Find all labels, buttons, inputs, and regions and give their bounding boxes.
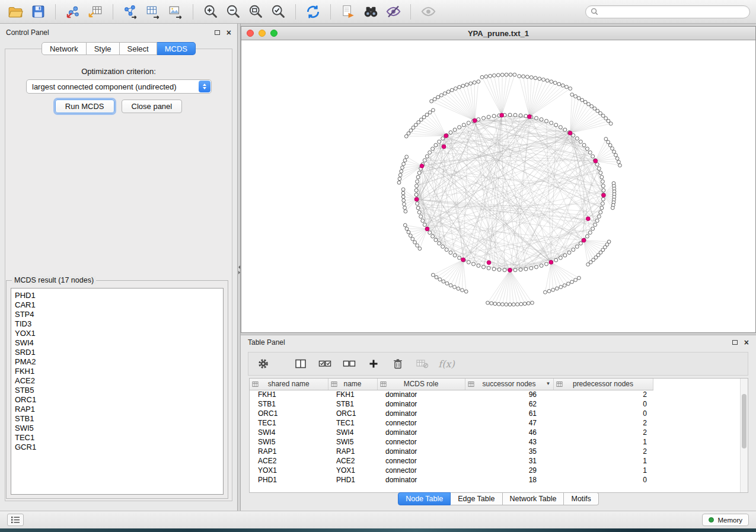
network-node[interactable] bbox=[526, 75, 529, 79]
network-node[interactable] bbox=[407, 132, 410, 135]
network-node[interactable] bbox=[405, 227, 409, 230]
network-node[interactable] bbox=[538, 77, 541, 81]
network-node[interactable] bbox=[416, 202, 419, 206]
mcds-result-item[interactable]: STB1 bbox=[11, 414, 223, 424]
select-all-button[interactable] bbox=[317, 356, 333, 371]
tab-motifs[interactable]: Motifs bbox=[564, 492, 598, 505]
network-node[interactable] bbox=[417, 210, 421, 214]
float-panel-icon[interactable] bbox=[215, 30, 220, 35]
network-node[interactable] bbox=[607, 140, 610, 144]
tab-node-table[interactable]: Node Table bbox=[398, 492, 451, 505]
network-node[interactable] bbox=[436, 95, 440, 99]
column-header-mcds-role[interactable]: MCDS role bbox=[377, 379, 465, 390]
table-cell[interactable]: SWI4 bbox=[250, 428, 328, 437]
network-node[interactable] bbox=[419, 118, 423, 121]
network-node[interactable] bbox=[600, 175, 604, 179]
network-node[interactable] bbox=[524, 267, 528, 271]
show-columns-button[interactable] bbox=[293, 356, 308, 371]
splitter-grip-icon[interactable] bbox=[238, 265, 240, 274]
network-node[interactable] bbox=[567, 282, 570, 286]
delete-column-button[interactable] bbox=[390, 356, 406, 371]
network-node[interactable] bbox=[432, 273, 435, 277]
table-cell[interactable]: YOX1 bbox=[250, 466, 328, 475]
memory-button[interactable]: Memory bbox=[702, 514, 749, 526]
table-row[interactable]: FKH1FKH1dominator962 bbox=[250, 390, 740, 399]
table-cell[interactable]: 1 bbox=[553, 456, 653, 466]
maximize-window-icon[interactable] bbox=[270, 30, 277, 37]
network-node[interactable] bbox=[577, 97, 580, 100]
table-cell[interactable]: 31 bbox=[465, 456, 553, 466]
table-cell[interactable]: dominator bbox=[377, 390, 465, 399]
table-cell[interactable]: 96 bbox=[465, 390, 553, 399]
network-node[interactable] bbox=[407, 230, 410, 234]
table-scrollbar[interactable] bbox=[740, 379, 748, 492]
network-node[interactable] bbox=[513, 113, 517, 117]
network-node[interactable] bbox=[604, 137, 608, 141]
network-node[interactable] bbox=[557, 82, 561, 86]
mcds-result-item[interactable]: FKH1 bbox=[11, 367, 223, 376]
network-node[interactable] bbox=[588, 150, 592, 154]
tab-network[interactable]: Network bbox=[42, 42, 87, 55]
network-node[interactable] bbox=[425, 113, 429, 117]
export-network-button[interactable] bbox=[121, 2, 140, 21]
network-node[interactable] bbox=[484, 75, 488, 78]
network-node[interactable] bbox=[563, 128, 567, 132]
dominator-node[interactable] bbox=[442, 145, 446, 149]
mcds-result-item[interactable]: SRD1 bbox=[11, 348, 223, 357]
network-node[interactable] bbox=[477, 80, 480, 84]
network-node[interactable] bbox=[586, 263, 590, 267]
network-node[interactable] bbox=[547, 290, 551, 293]
table-cell[interactable]: PHD1 bbox=[250, 475, 328, 485]
dominator-node[interactable] bbox=[528, 115, 532, 119]
table-cell[interactable]: PHD1 bbox=[328, 475, 377, 485]
mcds-result-item[interactable]: ORC1 bbox=[11, 395, 223, 405]
network-node[interactable] bbox=[585, 235, 589, 238]
network-node[interactable] bbox=[594, 223, 597, 226]
table-scrollbar-thumb[interactable] bbox=[742, 394, 747, 448]
network-node[interactable] bbox=[461, 289, 464, 292]
network-node[interactable] bbox=[601, 202, 604, 206]
table-cell[interactable]: 1 bbox=[553, 466, 653, 475]
table-cell[interactable]: YOX1 bbox=[328, 466, 377, 475]
create-column-button[interactable] bbox=[366, 356, 381, 371]
network-node[interactable] bbox=[587, 102, 591, 106]
table-cell[interactable]: 35 bbox=[465, 447, 553, 456]
network-node[interactable] bbox=[554, 258, 558, 262]
network-node[interactable] bbox=[417, 171, 421, 175]
network-node[interactable] bbox=[425, 155, 429, 158]
network-window-titlebar[interactable]: YPA_prune.txt_1 bbox=[241, 27, 755, 40]
table-cell[interactable]: 46 bbox=[465, 428, 553, 437]
table-cell[interactable]: 0 bbox=[553, 475, 653, 485]
network-node[interactable] bbox=[449, 251, 452, 254]
zoom-selected-button[interactable] bbox=[269, 2, 288, 21]
network-node[interactable] bbox=[490, 302, 493, 305]
network-node[interactable] bbox=[561, 84, 564, 87]
table-cell[interactable]: 2 bbox=[553, 447, 653, 456]
network-node[interactable] bbox=[591, 227, 595, 230]
dominator-node[interactable] bbox=[500, 113, 504, 117]
network-node[interactable] bbox=[555, 287, 559, 290]
table-settings-button[interactable] bbox=[256, 356, 271, 371]
network-node[interactable] bbox=[550, 121, 553, 124]
network-node[interactable] bbox=[551, 288, 555, 291]
table-cell[interactable]: 2 bbox=[553, 390, 653, 399]
network-node[interactable] bbox=[601, 114, 605, 118]
network-node[interactable] bbox=[572, 248, 575, 252]
network-node[interactable] bbox=[414, 188, 418, 192]
network-node[interactable] bbox=[486, 301, 490, 305]
table-row[interactable]: STB1STB1dominator620 bbox=[250, 399, 740, 409]
network-node[interactable] bbox=[492, 114, 496, 118]
network-node[interactable] bbox=[450, 88, 454, 92]
network-node[interactable] bbox=[467, 121, 470, 124]
network-node[interactable] bbox=[522, 75, 525, 78]
network-node[interactable] bbox=[402, 162, 406, 166]
network-node[interactable] bbox=[611, 147, 614, 150]
network-node[interactable] bbox=[580, 98, 584, 102]
search-input[interactable] bbox=[601, 8, 745, 16]
network-node[interactable] bbox=[588, 231, 592, 235]
network-node[interactable] bbox=[505, 73, 508, 76]
mcds-result-item[interactable]: CAR1 bbox=[11, 300, 223, 310]
import-network-button[interactable] bbox=[63, 2, 82, 21]
zoom-in-button[interactable] bbox=[201, 2, 220, 21]
network-node[interactable] bbox=[487, 115, 490, 118]
